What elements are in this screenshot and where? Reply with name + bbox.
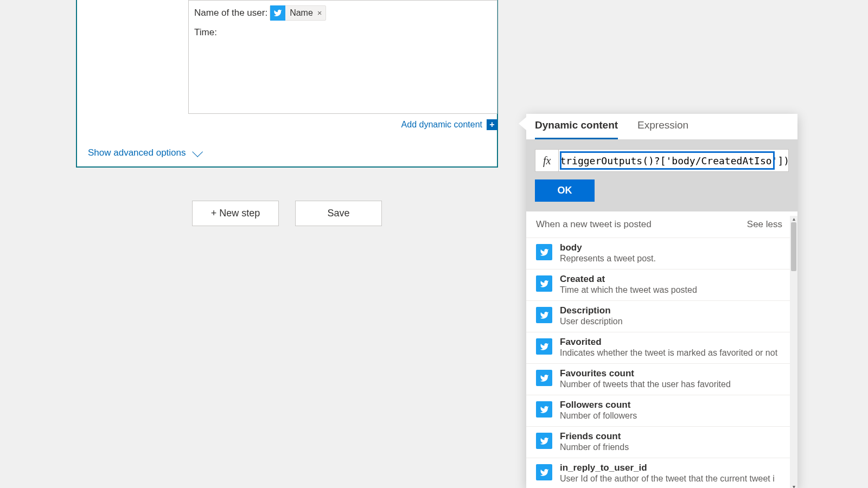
item-title: Friends count	[560, 431, 629, 442]
dynamic-content-item[interactable]: in_reply_to_user_idUser Id of the author…	[526, 458, 790, 488]
twitter-icon	[536, 338, 552, 355]
twitter-icon	[536, 464, 552, 480]
dynamic-content-item[interactable]: FavoritedIndicates whether the tweet is …	[526, 332, 790, 363]
dynamic-content-list: bodyRepresents a tweet post.Created atTi…	[526, 237, 797, 488]
item-description: User description	[560, 317, 623, 326]
message-body-input[interactable]: Name of the user: Name × Time:	[188, 0, 497, 114]
item-title: Favorited	[560, 337, 777, 348]
twitter-icon	[536, 307, 552, 323]
close-icon[interactable]: ×	[317, 5, 322, 21]
item-title: Description	[560, 305, 623, 316]
twitter-icon	[270, 5, 285, 21]
item-description: Represents a tweet post.	[560, 254, 656, 264]
item-description: Indicates whether the tweet is marked as…	[560, 348, 777, 358]
item-description: Number of followers	[560, 411, 637, 421]
item-title: Followers count	[560, 400, 637, 410]
item-description: Number of friends	[560, 442, 629, 452]
line1-label: Name of the user:	[194, 5, 267, 21]
dynamic-content-item[interactable]: Favourites countNumber of tweets that th…	[526, 363, 790, 395]
dynamic-token-name[interactable]: Name ×	[270, 5, 326, 21]
expression-value: triggerOutputs()?['body/CreatedAtIso'])	[560, 155, 788, 166]
dynamic-content-item[interactable]: bodyRepresents a tweet post.	[526, 237, 790, 269]
dynamic-content-item[interactable]: Friends countNumber of friends	[526, 426, 790, 458]
scroll-down-icon[interactable]: ▾	[791, 484, 796, 488]
panel-caret	[519, 117, 526, 130]
dynamic-content-item[interactable]: Created atTime at which the tweet was po…	[526, 269, 790, 300]
fx-icon: fx	[535, 150, 559, 171]
scroll-thumb[interactable]	[791, 222, 796, 271]
scrollbar[interactable]: ▴ ▾	[790, 216, 797, 488]
twitter-icon	[536, 401, 552, 418]
expression-input[interactable]: fx triggerOutputs()?['body/CreatedAtIso'…	[535, 149, 789, 172]
tab-dynamic-content[interactable]: Dynamic content	[535, 119, 618, 139]
item-description: User Id of the author of the tweet that …	[560, 474, 775, 484]
twitter-icon	[536, 244, 552, 260]
action-card: Name of the user: Name × Time: Add dynam…	[76, 0, 498, 168]
step-buttons: + New step Save	[76, 201, 498, 226]
twitter-icon	[536, 275, 552, 292]
dynamic-content-panel: Dynamic content Expression fx triggerOut…	[526, 114, 797, 488]
item-title: Created at	[560, 274, 697, 285]
item-title: body	[560, 242, 656, 253]
twitter-icon	[536, 370, 552, 386]
save-button[interactable]: Save	[295, 201, 382, 226]
scroll-up-icon[interactable]: ▴	[791, 216, 796, 221]
item-title: in_reply_to_user_id	[560, 463, 775, 473]
chevron-down-icon	[192, 146, 203, 157]
dynamic-content-item[interactable]: DescriptionUser description	[526, 300, 790, 332]
tab-expression[interactable]: Expression	[637, 119, 688, 139]
twitter-icon	[536, 433, 552, 449]
line2-label: Time:	[194, 24, 217, 41]
add-dynamic-content-link[interactable]: Add dynamic content	[401, 120, 482, 130]
dynamic-content-item[interactable]: Followers countNumber of followers	[526, 395, 790, 426]
token-label: Name	[290, 5, 313, 21]
new-step-button[interactable]: + New step	[192, 201, 279, 226]
item-description: Time at which the tweet was posted	[560, 285, 697, 295]
ok-button[interactable]: OK	[535, 179, 595, 202]
item-title: Favourites count	[560, 368, 731, 379]
plus-icon[interactable]: +	[487, 119, 497, 130]
show-advanced-options[interactable]: Show advanced options	[88, 147, 497, 158]
item-description: Number of tweets that the user has favor…	[560, 380, 731, 389]
see-less-link[interactable]: See less	[747, 219, 782, 230]
group-title: When a new tweet is posted	[536, 219, 652, 230]
